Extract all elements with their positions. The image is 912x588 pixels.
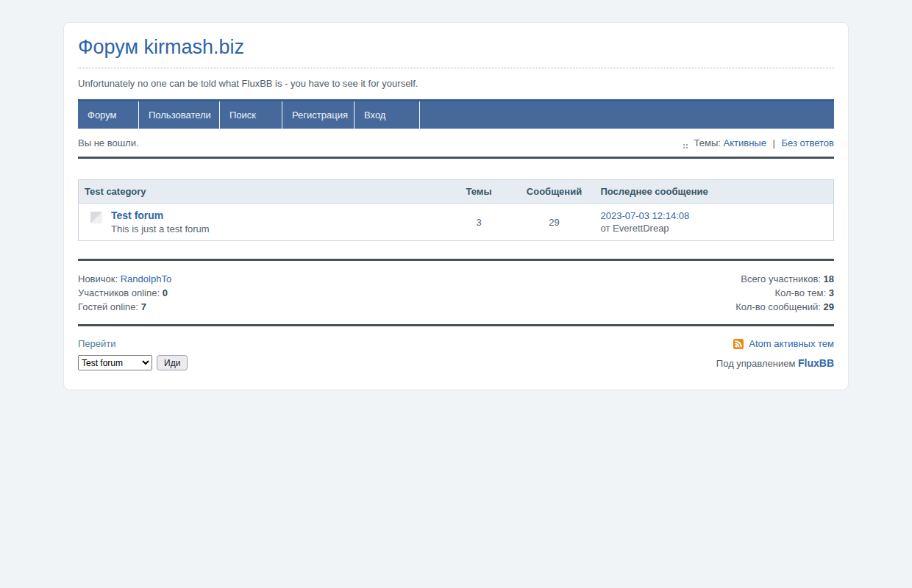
stat-label: Новичок:	[78, 273, 118, 284]
filter-separator: |	[773, 137, 775, 148]
dots-icon	[683, 144, 685, 146]
stat-label: Гостей online:	[78, 301, 138, 312]
posts-column-header: Сообщений	[514, 180, 595, 204]
lastpost-cell: 2023-07-03 12:14:08 от EverettDreap	[595, 204, 834, 241]
active-topics-link[interactable]: Активные	[724, 137, 766, 148]
forum-post-count: 29	[514, 204, 595, 241]
category-header-row: Test category Темы Сообщений Последнее с…	[79, 180, 834, 204]
stat-label: Кол-во сообщений:	[735, 301, 821, 312]
powered-by: Под управлением FluxBB	[716, 357, 834, 369]
forum-cell: Test forum This is just a test forum	[79, 204, 444, 241]
forum-info: Test forum This is just a test forum	[111, 209, 438, 234]
stat-value: 18	[824, 273, 834, 284]
nav-item-register[interactable]: Регистрация	[282, 101, 355, 129]
login-status: Вы не вошли.	[78, 137, 139, 148]
category-table: Test category Темы Сообщений Последнее с…	[78, 179, 834, 241]
footer-right: Atom активных тем Под управлением FluxBB	[716, 338, 834, 370]
forum-topic-count: 3	[444, 204, 514, 241]
jump-form: Test forum Иди	[78, 355, 188, 370]
forum-card: Форум kirmash.biz Unfortunately no one c…	[63, 22, 849, 390]
page-title: Форум kirmash.biz	[78, 35, 834, 59]
status-bar: Вы не вошли. Темы: Активные | Без ответо…	[78, 129, 834, 157]
stat-value: 0	[163, 287, 168, 298]
topics-label: Темы:	[694, 137, 721, 148]
nav-item-users[interactable]: Пользователи	[139, 101, 220, 129]
stat-label: Всего участников:	[741, 273, 821, 284]
powered-label: Под управлением	[716, 358, 796, 369]
stat-total-posts: Кол-во сообщений: 29	[735, 300, 834, 314]
category-name-header: Test category	[79, 180, 444, 204]
stat-newest-user: Новичок: RandolphTo	[78, 272, 171, 286]
newest-user-link[interactable]: RandolphTo	[121, 273, 171, 284]
lastpost-column-header: Последнее сообщение	[595, 180, 834, 204]
title-bar: Форум kirmash.biz	[78, 23, 834, 68]
rss-feed-icon	[733, 339, 744, 349]
stat-label: Кол-во тем:	[775, 287, 827, 298]
nav-item-search[interactable]: Поиск	[220, 101, 282, 129]
stat-guests-online: Гостей online: 7	[78, 300, 171, 314]
stat-users-online: Участников online: 0	[78, 286, 171, 300]
jump-section: Перейти Test forum Иди	[78, 338, 188, 370]
stat-value: 29	[824, 301, 834, 312]
stats-right: Всего участников: 18 Кол-во тем: 3 Кол-в…	[735, 272, 834, 314]
forum-status-icon	[90, 212, 102, 223]
jump-label: Перейти	[78, 338, 188, 349]
board-description: Unfortunately no one can be told what Fl…	[78, 78, 834, 89]
stat-label: Участников online:	[78, 287, 160, 298]
nav-item-forum[interactable]: Форум	[78, 101, 139, 129]
atom-line: Atom активных тем	[716, 338, 834, 349]
nav-item-login[interactable]: Вход	[355, 101, 420, 129]
forum-description: This is just a test forum	[111, 223, 438, 234]
divider-top	[78, 157, 834, 159]
stat-value: 7	[141, 301, 146, 312]
fluxbb-link[interactable]: FluxBB	[798, 357, 834, 369]
stat-total-users: Всего участников: 18	[735, 272, 834, 286]
atom-feed-link[interactable]: Atom активных тем	[749, 338, 834, 349]
stat-value: 3	[829, 287, 834, 298]
forum-link[interactable]: Test forum	[111, 209, 163, 221]
topic-filters: Темы: Активные | Без ответов	[683, 137, 834, 148]
topics-column-header: Темы	[444, 180, 514, 204]
lastpost-time-link[interactable]: 2023-07-03 12:14:08	[601, 210, 690, 221]
stat-total-topics: Кол-во тем: 3	[735, 286, 834, 300]
lastpost-author: от EverettDreap	[601, 223, 828, 234]
unanswered-topics-link[interactable]: Без ответов	[782, 137, 834, 148]
stats-left: Новичок: RandolphTo Участников online: 0…	[78, 272, 171, 314]
forum-row: Test forum This is just a test forum 3 2…	[79, 204, 834, 241]
go-button[interactable]: Иди	[157, 355, 188, 370]
board-stats: Новичок: RandolphTo Участников online: 0…	[78, 261, 834, 324]
jump-select[interactable]: Test forum	[78, 355, 152, 370]
main-navigation: Форум Пользователи Поиск Регистрация Вхо…	[78, 99, 834, 129]
footer: Перейти Test forum Иди Atom актив	[78, 326, 834, 390]
